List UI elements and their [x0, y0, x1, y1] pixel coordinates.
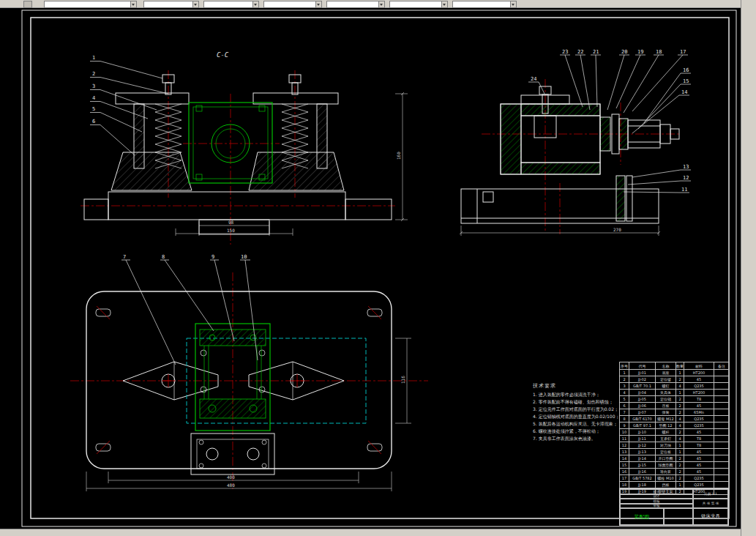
approval-cell — [664, 508, 693, 525]
parts-table: 序号 代号 名称 数量 材料 备注 1JJ-01底座1HT2002JJ-02定位… — [619, 362, 730, 495]
note-line: 5. 装配后各运动机构应灵活、无卡滞现象； — [533, 420, 621, 428]
part-label: 11 — [681, 187, 687, 193]
parts-table-row: 9GB/T 97.1垫圈 124Q235 — [620, 423, 730, 429]
dimension-text: 98 — [228, 220, 234, 225]
parts-table-row: 14JJ-14开口垫圈245 — [620, 455, 730, 462]
part-label: 8 — [162, 254, 165, 260]
part-label: 21 — [593, 49, 599, 55]
part-label: 19 — [637, 49, 643, 55]
dimension-text: 160 — [396, 152, 401, 160]
scale-cell: 比例 1:1 — [693, 489, 728, 499]
geometry-plan — [86, 291, 392, 474]
parts-table-row: 2JJ-02定位键245 — [620, 376, 730, 383]
part-label: 4 — [92, 95, 95, 101]
parts-table-row: 5JJ-05定位销2T8 — [620, 396, 730, 403]
parts-table-row: 17GB/T 5782螺栓 M102Q235 — [620, 475, 730, 482]
part-label: 15 — [683, 78, 689, 84]
parts-table-body: 1JJ-01底座1HT2002JJ-02定位键2453GB/T 70.1螺钉4Q… — [620, 370, 730, 495]
chevron-down-icon — [252, 1, 258, 7]
bottom-bar — [0, 529, 741, 536]
geometry-side — [461, 86, 679, 223]
part-label: 10 — [241, 254, 247, 260]
part-label: 7 — [123, 254, 126, 260]
red-ticks-plan — [97, 306, 381, 454]
part-label: 16 — [683, 67, 689, 73]
parts-table-row: 16JJ-16导向套245 — [620, 469, 730, 475]
toolbar-dropdown[interactable] — [143, 1, 199, 8]
toolbar-dropdown[interactable] — [203, 1, 259, 8]
chevron-down-icon — [510, 1, 516, 7]
dimension-text: 270 — [613, 227, 621, 232]
part-leaders-cc — [90, 62, 168, 156]
part-label: 18 — [656, 49, 662, 55]
part-label: 23 — [562, 49, 568, 55]
chevron-down-icon — [315, 1, 321, 7]
view-plan: 7 8 9 10 400 480 116 — [70, 254, 428, 491]
part-label: 22 — [577, 49, 583, 55]
dimension-text: 400 — [227, 474, 235, 480]
doc-type-cell: 装配图 — [620, 508, 664, 525]
cad-window: C-C — [0, 0, 756, 536]
part-label: 20 — [621, 49, 627, 55]
note-line: 4. 定位销轴线对底面的垂直度为0.02/100； — [533, 413, 621, 420]
chevron-down-icon — [378, 1, 384, 7]
part-label: 13 — [683, 164, 689, 170]
parts-table-row: 15JJ-15球面垫圈245 — [620, 462, 730, 469]
drawing-canvas[interactable]: C-C — [0, 7, 741, 529]
toolbar-dropdown[interactable] — [263, 1, 322, 8]
notes-title: 技术要求 — [533, 382, 621, 390]
parts-table-row: 12JJ-12对刀块1T8 — [620, 442, 730, 449]
part-label: 6 — [92, 119, 95, 124]
technical-notes: 技术要求 1. 进入装配的零件必须清洗干净；2. 零件装配前不得有磕碰、划伤和锈… — [533, 382, 621, 442]
note-line: 6. 螺纹连接处须拧紧，不得松动； — [533, 428, 621, 435]
dimension-text: 480 — [227, 483, 235, 488]
toolbar-dropdown[interactable] — [452, 1, 517, 8]
chevron-down-icon — [441, 1, 447, 7]
drawing-name-cell: 铣床夹具 — [693, 508, 728, 525]
dimension-text: 116 — [400, 376, 405, 384]
dimension-text: 150 — [227, 228, 235, 233]
title-block: 标记 设计 校核 审核 比例 1:1 共 张 第 张 装配图 铣床夹具 — [619, 488, 729, 526]
part-leaders-plan — [121, 260, 258, 365]
part-label: 2 — [92, 71, 95, 77]
part-label: 3 — [92, 83, 95, 89]
toolbar-dropdown[interactable] — [326, 1, 385, 8]
parts-table-header: 序号 代号 名称 数量 材料 备注 — [620, 362, 730, 370]
parts-table-row: 11JJ-11支承钉4T8 — [620, 436, 730, 442]
part-label: 17 — [680, 49, 686, 55]
note-line: 2. 零件装配前不得有磕碰、划伤和锈蚀； — [533, 398, 621, 406]
parts-table-row: 6JJ-06压板245 — [620, 403, 730, 409]
section-label: C-C — [217, 51, 229, 59]
parts-table-row: 7JJ-07弹簧265Mn — [620, 409, 730, 416]
toolbar-dropdown[interactable] — [44, 1, 137, 8]
part-label: 24 — [531, 76, 536, 82]
note-line: 3. 定位元件工作面对底面的平行度为0.02； — [533, 406, 621, 413]
part-label: 9 — [212, 254, 214, 260]
sheets-cell: 共 张 第 张 — [693, 499, 728, 508]
parts-table-row: 4JJ-04夹具体1HT200 — [620, 390, 730, 396]
toolbar — [0, 0, 741, 8]
part-label: 12 — [683, 175, 689, 181]
geometry-cc — [84, 75, 392, 234]
toolbar-button[interactable] — [23, 1, 32, 8]
parts-table-row: 8GB/T 6170螺母 M124Q235 — [620, 416, 730, 423]
chevron-down-icon — [192, 1, 198, 7]
view-section-cc: C-C — [81, 51, 408, 245]
chevron-down-icon — [130, 1, 136, 7]
parts-table-row: 3GB/T 70.1螺钉4Q235 — [620, 383, 730, 390]
part-label: 1 — [92, 55, 95, 61]
parts-table-row: 13JJ-13定位板145 — [620, 449, 730, 455]
view-side-section: 23 22 21 20 19 18 17 16 15 14 13 12 11 2… — [460, 49, 691, 236]
toolbar-dropdown[interactable] — [389, 1, 448, 8]
parts-table-row: 18JJ-18挡板1Q235 — [620, 482, 730, 488]
parts-table-row: 10JJ-10螺杆245 — [620, 429, 730, 436]
part-label: 14 — [681, 89, 687, 95]
part-label: 5 — [92, 106, 95, 112]
parts-table-row: 1JJ-01底座1HT200 — [620, 370, 730, 376]
note-line: 1. 进入装配的零件必须清洗干净； — [533, 391, 621, 398]
right-panel-strip — [741, 0, 756, 536]
notes-lines: 1. 进入装配的零件必须清洗干净；2. 零件装配前不得有磕碰、划伤和锈蚀；3. … — [533, 391, 621, 442]
note-line: 7. 夹具非工作表面涂灰色油漆。 — [533, 435, 621, 442]
